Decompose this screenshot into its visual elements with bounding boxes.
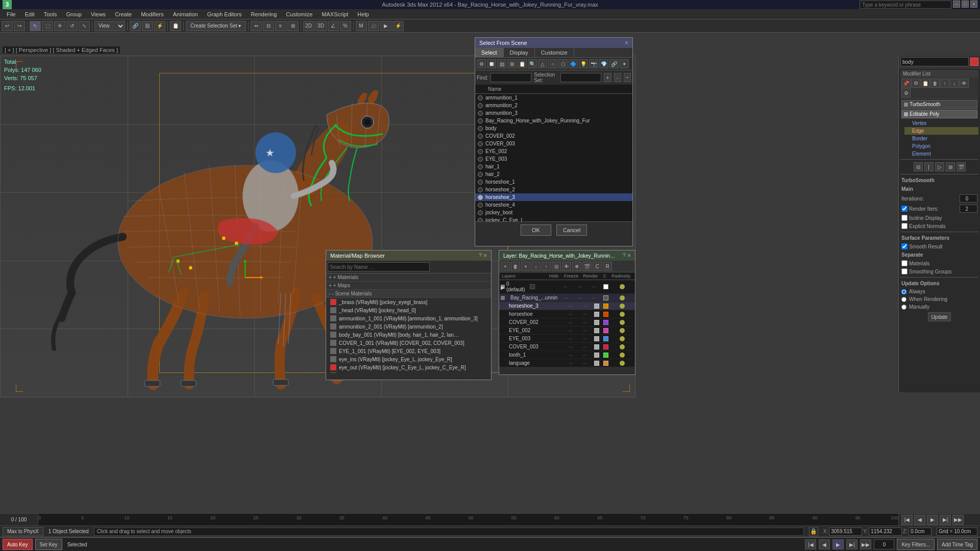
- sfs-close-button[interactable]: ×: [625, 39, 628, 46]
- mb-search-input[interactable]: [328, 262, 430, 271]
- sfs-title-bar[interactable]: Select From Scene ×: [475, 38, 632, 48]
- sfs-icon15[interactable]: ✦: [620, 59, 629, 68]
- mb-scene-materials-section[interactable]: - - Scene Materials: [326, 290, 491, 298]
- display-icon[interactable]: 👁: [960, 79, 969, 88]
- sfs-icon5[interactable]: 📋: [518, 59, 527, 68]
- mod-ctrl2[interactable]: |: [924, 162, 934, 171]
- up-icon[interactable]: ↑: [940, 79, 949, 88]
- lp-render-all[interactable]: 🎬: [582, 262, 592, 271]
- y-coord[interactable]: 1154.232: [869, 528, 902, 536]
- mod-ctrl4[interactable]: ⊞: [946, 162, 955, 171]
- menu-views[interactable]: Views: [87, 10, 110, 18]
- redo-button[interactable]: ↪: [14, 21, 25, 31]
- sfs-tab-customize[interactable]: Customize: [535, 48, 574, 57]
- lp-add-to-layer[interactable]: ↓: [531, 262, 541, 271]
- lp-freeze-all[interactable]: ❄: [572, 262, 581, 271]
- lp-hide-all[interactable]: 👁: [562, 262, 571, 271]
- menu-file[interactable]: File: [3, 10, 20, 18]
- sfs-icon8[interactable]: ○: [548, 59, 557, 68]
- sfs-cancel-button[interactable]: Cancel: [556, 224, 587, 236]
- explicit-normals-checkbox[interactable]: [901, 223, 908, 229]
- sfs-icon11[interactable]: 💡: [579, 59, 588, 68]
- minimize-button[interactable]: –: [953, 1, 960, 8]
- list-item[interactable]: hair_1: [475, 163, 632, 170]
- play-button[interactable]: ▶: [832, 539, 844, 549]
- sfs-icon4[interactable]: ⊞: [507, 59, 517, 68]
- lp-title-bar[interactable]: Layer: Bay_Racing_Horse_with_Jokey_Runni…: [499, 251, 635, 261]
- layer-button[interactable]: 📋: [170, 21, 181, 31]
- lp-icon11[interactable]: R: [603, 262, 612, 271]
- sfs-tab-select[interactable]: Select: [475, 48, 504, 57]
- layer-item[interactable]: EYE_002 ··· ···: [499, 327, 635, 335]
- add-time-tag-button[interactable]: Add Time Tag: [937, 539, 977, 550]
- mb-item[interactable]: fabric (VRayMtl) [jockey_eyegl_fbr, jock…: [326, 371, 491, 373]
- menu-maxscript[interactable]: MAXScript: [317, 10, 352, 18]
- track-back-btn[interactable]: |◀: [901, 515, 913, 525]
- undo-button[interactable]: ↩: [2, 21, 13, 31]
- lp-icon3[interactable]: ×: [521, 262, 530, 271]
- turbosmooth-modifier[interactable]: TurboSmooth: [901, 100, 977, 109]
- view-dropdown[interactable]: View Local World: [94, 21, 125, 31]
- mb-item[interactable]: EYE_1_001 (VRayMtl) [EYE_002, EYE_003]: [326, 347, 491, 355]
- lp-help-button[interactable]: ?: [623, 252, 626, 259]
- window-controls[interactable]: – □ ×: [860, 1, 977, 9]
- align-button[interactable]: ⊟: [263, 21, 274, 31]
- go-to-end-button[interactable]: ▶▶: [860, 539, 871, 549]
- sfs-icon14[interactable]: 🔗: [609, 59, 619, 68]
- mb-materials-section[interactable]: + + Materials: [326, 273, 491, 282]
- menu-edit[interactable]: Edit: [21, 10, 39, 18]
- mb-maps-section[interactable]: + + Maps: [326, 282, 491, 290]
- update-button[interactable]: Update: [928, 312, 950, 321]
- sfs-tab-display[interactable]: Display: [504, 48, 535, 57]
- list-item[interactable]: EYE_003: [475, 155, 632, 163]
- layer-item-selected[interactable]: horseshoe_3 ··· ···: [499, 302, 635, 310]
- layer-item[interactable]: horseshoe ··· ···: [499, 310, 635, 318]
- mb-item[interactable]: eye_ins (VRayMtl) [jockey_Eye_L, jockey_…: [326, 355, 491, 363]
- list-item[interactable]: hair_2: [475, 170, 632, 178]
- key-filters-button[interactable]: Key Filters...: [897, 539, 935, 550]
- mirror-button[interactable]: ⇔: [251, 21, 262, 31]
- layer-item[interactable]: Bay_Racing_...unnin ··· ··· ···: [499, 294, 635, 302]
- quick-render-button[interactable]: ⚡: [393, 21, 404, 31]
- vertex-sub-item[interactable]: Vertex: [904, 119, 978, 127]
- border-sub-item[interactable]: Border: [904, 135, 978, 142]
- maximize-button[interactable]: □: [962, 1, 969, 8]
- link-button[interactable]: 🔗: [130, 21, 141, 31]
- toggle-2d-snap[interactable]: 2D: [303, 21, 314, 31]
- layer-item[interactable]: COVER_002 ··· ···: [499, 318, 635, 327]
- menu-customize[interactable]: Customize: [282, 10, 316, 18]
- sfs-icon9[interactable]: ⬡: [558, 59, 568, 68]
- select-region-button[interactable]: ⬚: [42, 21, 53, 31]
- mb-close-button[interactable]: ×: [483, 252, 487, 259]
- unlink-button[interactable]: ⛓: [142, 21, 153, 31]
- close-button[interactable]: ×: [970, 1, 977, 8]
- polygon-sub-item[interactable]: Polygon: [904, 142, 978, 150]
- material-editor-button[interactable]: M: [356, 21, 367, 31]
- default-layer-cb[interactable]: [530, 284, 535, 289]
- time-position-display[interactable]: 0 / 100: [0, 514, 38, 525]
- rotate-button[interactable]: ↺: [66, 21, 78, 31]
- prev-frame-button[interactable]: ◀: [819, 539, 830, 549]
- lp-icon10[interactable]: C: [593, 262, 602, 271]
- render-iters-input[interactable]: [960, 205, 977, 213]
- next-frame-button[interactable]: ▶|: [846, 539, 857, 549]
- create-selection-set-dropdown[interactable]: Create Selection Set ▾: [186, 21, 246, 31]
- render-iters-checkbox[interactable]: [901, 206, 908, 212]
- sfs-icon7[interactable]: △: [538, 59, 547, 68]
- mod-ctrl3[interactable]: ▷: [935, 162, 944, 171]
- sfs-icon2[interactable]: 🔲: [487, 59, 496, 68]
- toggle-3d-snap[interactable]: 3D: [315, 21, 327, 31]
- down-icon[interactable]: ↓: [950, 79, 959, 88]
- menu-graph-editors[interactable]: Graph Editors: [203, 10, 246, 18]
- pin-icon[interactable]: 📌: [901, 79, 911, 88]
- sfs-invert-icon[interactable]: ~: [624, 73, 631, 82]
- list-item[interactable]: COVER_002: [475, 132, 632, 140]
- list-item[interactable]: ammunition_3: [475, 109, 632, 117]
- lp-move-selection[interactable]: ↑: [542, 262, 551, 271]
- color-swatch[interactable]: [970, 58, 978, 66]
- layer-item[interactable]: tooth_1 ··· ···: [499, 351, 635, 359]
- bind-button[interactable]: ⚡: [154, 21, 165, 31]
- mb-list[interactable]: + + Materials + + Maps - - Scene Materia…: [326, 273, 491, 373]
- list-item[interactable]: ammunition_1: [475, 94, 632, 102]
- always-radio[interactable]: [901, 289, 906, 294]
